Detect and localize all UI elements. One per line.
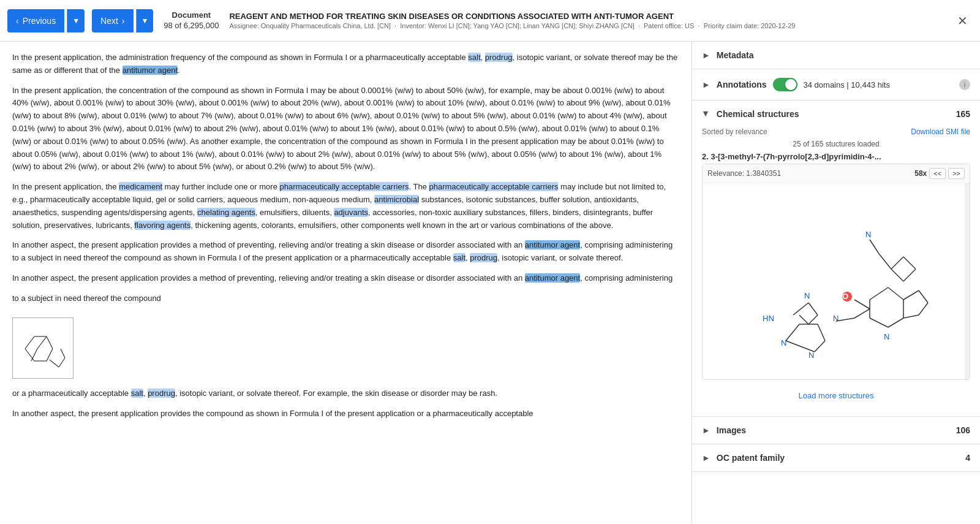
svg-text:N: N	[833, 314, 839, 323]
svg-line-20	[793, 303, 809, 315]
metadata-header[interactable]: ► Metadata	[692, 42, 980, 69]
svg-line-23	[799, 315, 809, 324]
priority-date: Priority claim date: 2020-12-29	[704, 22, 796, 29]
svg-text:N: N	[809, 351, 814, 360]
main-layout: In the present application, the administ…	[0, 42, 980, 524]
oc-patent-header[interactable]: ► OC patent family 4	[692, 444, 980, 471]
previous-label: Previous	[23, 16, 56, 26]
images-chevron-icon: ►	[702, 425, 710, 435]
highlight-adjuvants: adjuvants	[334, 208, 368, 217]
formula-image	[12, 317, 74, 379]
info-icon[interactable]: i	[959, 79, 970, 90]
svg-line-18	[815, 341, 825, 352]
patent-title: REAGENT AND METHOD FOR TREATING SKIN DIS…	[229, 12, 945, 21]
annotations-toggle[interactable]	[773, 78, 797, 91]
previous-dropdown-button[interactable]: ▼	[67, 9, 85, 32]
chem-title: Chemical structures	[717, 109, 799, 119]
document-label: Document	[172, 10, 211, 21]
svg-text:N: N	[865, 230, 871, 239]
sort-label: Sorted by relevance	[702, 127, 767, 136]
highlight-medicament: medicament	[119, 182, 162, 191]
oc-patent-chevron-icon: ►	[702, 453, 710, 463]
structure-card: Relevance: 1.3840351 58x << >> N N	[702, 164, 970, 380]
document-pane[interactable]: In the present application, the administ…	[0, 42, 692, 524]
paragraph-2: In the present application, the concentr…	[12, 85, 679, 174]
paragraph-3: In the present application, the medicame…	[12, 181, 679, 232]
nav-group: ‹ Previous ▼	[7, 9, 85, 32]
svg-line-42	[870, 240, 879, 254]
annotations-section[interactable]: ► Annotations 34 domains | 10,443 hits i	[692, 69, 980, 101]
paragraph-6: to a subject in need thereof the compoun…	[12, 292, 679, 305]
right-panel: ► Metadata ► Annotations 34 domains | 10…	[692, 42, 980, 524]
load-more-button[interactable]: Load more structures	[702, 385, 970, 406]
metadata-chevron-icon: ►	[702, 50, 710, 60]
oc-patent-title: OC patent family	[717, 453, 785, 463]
structure-image-area: N N HN	[703, 183, 970, 379]
chem-chevron-icon: ►	[701, 110, 711, 118]
header: ‹ Previous ▼ Next › ▼ Document 98 of 6,2…	[0, 0, 980, 42]
svg-line-47	[854, 309, 870, 318]
highlight-carriers-1: pharmaceutically acceptable carriers	[279, 182, 409, 191]
highlight-antimicrobial: antimicrobial	[374, 195, 419, 204]
next-arrow-icon: ›	[122, 16, 125, 26]
paragraph-1: In the present application, the administ…	[12, 51, 679, 77]
svg-line-15	[786, 324, 799, 341]
chem-body: Sorted by relevance Download SMI file 25…	[692, 127, 980, 416]
highlight-flavoring: flavoring agents	[134, 221, 190, 230]
highlight-salt: salt	[468, 53, 480, 62]
chem-subheader: Sorted by relevance Download SMI file	[702, 127, 970, 136]
svg-line-33	[919, 290, 928, 303]
document-info: Document 98 of 6,295,000	[160, 10, 222, 31]
download-smi-link[interactable]: Download SMI file	[911, 127, 970, 136]
assignee: Assignee: Onquality Pharmaceuticals Chin…	[229, 22, 391, 29]
paragraph-5: In another aspect, the present applicati…	[12, 272, 679, 285]
chem-header-left: ► Chemical structures	[702, 109, 799, 119]
oc-patent-section: ► OC patent family 4	[692, 444, 980, 472]
chem-header[interactable]: ► Chemical structures 165	[692, 101, 980, 127]
annotations-left: ► Annotations 34 domains | 10,443 hits	[702, 78, 890, 91]
annotations-stats: 34 domains | 10,443 hits	[804, 80, 890, 89]
molecule-svg: N N HN	[714, 189, 959, 373]
paragraph-8: In another aspect, the present applicati…	[12, 408, 679, 420]
paragraph-7: or a pharmaceutically acceptable salt, p…	[12, 387, 679, 400]
oc-patent-header-left: ► OC patent family	[702, 453, 785, 463]
svg-line-40	[891, 269, 903, 281]
next-button[interactable]: Next ›	[92, 9, 133, 32]
structure-controls: Relevance: 1.3840351 58x << >>	[703, 164, 970, 183]
nav-prev-button[interactable]: <<	[929, 168, 946, 179]
next-nav-group: Next › ▼	[92, 9, 153, 32]
paragraph-4: In another aspect, the present applicati…	[12, 239, 679, 265]
chemical-structures-section: ► Chemical structures 165 Sorted by rele…	[692, 101, 980, 417]
inventor: Inventor: Wenxi LI [CN]; Yang YAO [CN]; …	[400, 22, 635, 29]
svg-text:N: N	[781, 338, 786, 347]
patent-meta: Assignee: Onquality Pharmaceuticals Chin…	[229, 22, 945, 29]
svg-line-19	[786, 341, 815, 352]
svg-line-41	[879, 254, 891, 269]
images-title: Images	[717, 425, 746, 435]
chem-count: 165	[956, 109, 970, 119]
structure-scrollbar[interactable]	[965, 183, 970, 379]
relevance-label: Relevance: 1.3840351	[707, 169, 781, 178]
images-section: ► Images 106	[692, 417, 980, 444]
svg-text:HN: HN	[763, 314, 774, 323]
close-button[interactable]: ✕	[952, 11, 973, 31]
oc-patent-count: 4	[965, 453, 970, 463]
metadata-section: ► Metadata	[692, 42, 980, 69]
structure-nav: 58x << >>	[914, 168, 965, 179]
svg-line-39	[903, 269, 916, 281]
zoom-label: 58x	[914, 169, 927, 178]
patent-info: REAGENT AND METHOD FOR TREATING SKIN DIS…	[229, 12, 945, 29]
prev-arrow-icon: ‹	[16, 16, 19, 26]
highlight-antitumor-3: antitumor agent	[525, 273, 580, 283]
highlight-prodrug-3: prodrug	[148, 389, 175, 398]
highlight-salt-2: salt	[453, 253, 466, 262]
svg-text:N: N	[884, 332, 889, 341]
nav-next-button[interactable]: >>	[948, 168, 965, 179]
svg-line-34	[919, 303, 928, 315]
images-header[interactable]: ► Images 106	[692, 417, 980, 444]
previous-button[interactable]: ‹ Previous	[7, 9, 64, 32]
next-dropdown-button[interactable]: ▼	[136, 9, 154, 32]
svg-line-29	[888, 318, 903, 327]
svg-line-38	[903, 257, 916, 269]
highlight-antitumor-1: antitumor agent	[123, 66, 178, 75]
